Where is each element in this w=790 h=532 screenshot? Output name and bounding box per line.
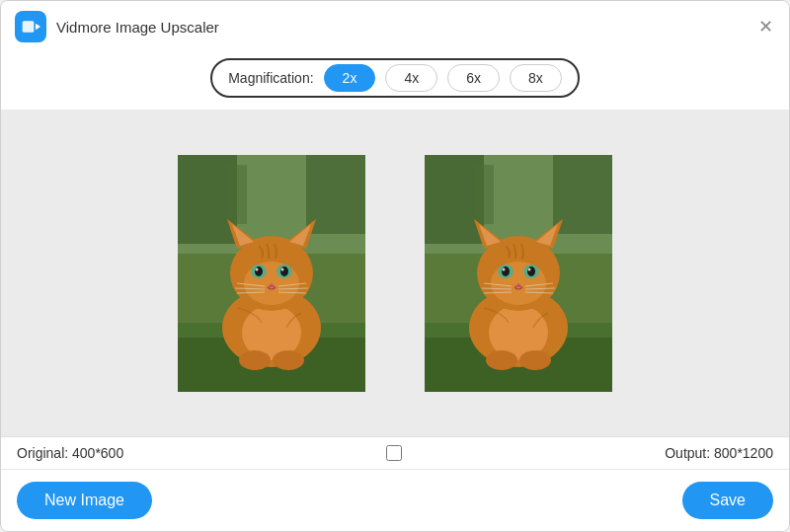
app-icon xyxy=(15,11,46,42)
svg-point-21 xyxy=(256,267,259,270)
compare-checkbox[interactable] xyxy=(386,445,402,461)
svg-rect-0 xyxy=(23,21,35,33)
title-bar: Vidmore Image Upscaler ✕ xyxy=(1,1,789,50)
save-button[interactable]: Save xyxy=(682,482,773,519)
svg-point-22 xyxy=(281,267,284,270)
svg-point-61 xyxy=(519,350,551,370)
magnification-bar: Magnification: 2x 4x 6x 8x xyxy=(1,50,789,110)
svg-point-52 xyxy=(528,267,531,270)
svg-rect-36 xyxy=(474,165,494,224)
app-title: Vidmore Image Upscaler xyxy=(56,19,219,36)
close-button[interactable]: ✕ xyxy=(755,17,775,37)
svg-point-50 xyxy=(527,266,535,276)
svg-point-60 xyxy=(486,350,517,370)
svg-point-51 xyxy=(503,267,506,270)
mag-4x-button[interactable]: 4x xyxy=(385,64,437,92)
magnification-label: Magnification: xyxy=(228,70,313,86)
svg-rect-6 xyxy=(227,165,247,224)
title-left: Vidmore Image Upscaler xyxy=(15,11,219,42)
output-size-label: Output: 800*1200 xyxy=(665,445,773,461)
svg-point-31 xyxy=(273,350,304,370)
svg-point-20 xyxy=(280,266,288,276)
original-image-panel xyxy=(178,155,365,392)
svg-point-49 xyxy=(502,266,510,276)
original-image xyxy=(178,155,365,392)
original-kitten-svg xyxy=(178,155,365,392)
mag-2x-button[interactable]: 2x xyxy=(324,64,376,92)
svg-point-19 xyxy=(255,266,263,276)
svg-marker-1 xyxy=(36,24,40,31)
mag-6x-button[interactable]: 6x xyxy=(447,64,500,92)
upscaled-kitten-svg xyxy=(425,155,612,392)
mag-8x-button[interactable]: 8x xyxy=(510,64,562,92)
footer: New Image Save xyxy=(1,469,789,531)
upscaled-image xyxy=(425,155,612,392)
svg-point-30 xyxy=(239,350,271,370)
mag-wrapper: Magnification: 2x 4x 6x 8x xyxy=(210,58,580,98)
status-bar: Original: 400*600 Output: 800*1200 xyxy=(1,436,789,469)
content-area xyxy=(1,110,789,436)
vidmore-icon xyxy=(21,17,40,37)
original-size-label: Original: 400*600 xyxy=(17,445,123,461)
upscaled-image-panel xyxy=(425,155,612,392)
new-image-button[interactable]: New Image xyxy=(17,482,152,519)
app-window: Vidmore Image Upscaler ✕ Magnification: … xyxy=(0,0,790,532)
